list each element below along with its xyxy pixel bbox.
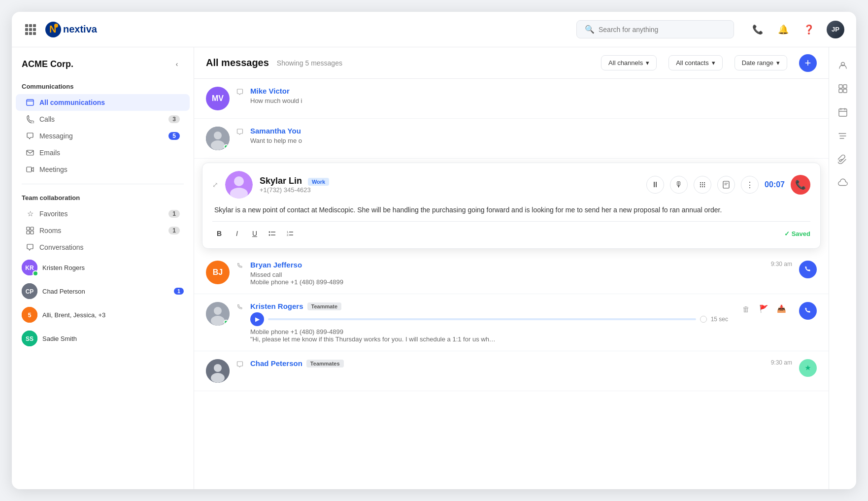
- call-button-kristen[interactable]: [799, 302, 817, 320]
- message-item-kristen[interactable]: Kristen Rogers Teammate ▶ 15 sec: [194, 294, 829, 351]
- bold-button[interactable]: B: [212, 227, 226, 240]
- communications-section-title: Communications: [12, 83, 194, 94]
- svg-point-44: [211, 316, 225, 326]
- notes-button[interactable]: [717, 176, 735, 194]
- conversation-item-chad[interactable]: CP Chad Peterson 1: [12, 279, 194, 303]
- sidebar-item-emails[interactable]: Emails: [16, 144, 190, 161]
- sidebar-item-rooms[interactable]: Rooms 1: [16, 222, 190, 239]
- sidebar-item-label: All communications: [39, 99, 105, 106]
- msg-name-chad: Chad Peterson: [250, 359, 302, 367]
- svg-rect-4: [27, 150, 33, 155]
- all-communications-icon: [26, 98, 34, 107]
- sidebar-item-label: Rooms: [39, 227, 61, 234]
- online-badge-kristen: [33, 270, 38, 276]
- sidebar-item-all-communications[interactable]: All communications: [16, 94, 190, 111]
- end-call-button[interactable]: 📞: [791, 175, 810, 195]
- call-button-chad[interactable]: [799, 359, 817, 377]
- call-overlay: ⤢ Skylar Lin Work +1(732) 345-4623: [194, 163, 829, 249]
- message-item-bryan[interactable]: BJ Bryan Jefferso Missed call Mobile pho…: [194, 253, 829, 294]
- bullet-list-button[interactable]: [266, 227, 279, 240]
- grid-menu-icon[interactable]: [24, 23, 37, 36]
- msg-tag-chad: Teammates: [306, 360, 344, 367]
- conversation-avatar-kristen: KR: [22, 260, 37, 275]
- channel-icon-mike-victor: [236, 89, 243, 97]
- mute-button[interactable]: 🎙: [670, 176, 688, 194]
- svg-text:CP: CP: [26, 288, 34, 295]
- conversation-name-sadie: Sadie Smith: [42, 335, 184, 342]
- underline-button[interactable]: U: [248, 227, 262, 240]
- minimize-icon[interactable]: ⤢: [212, 181, 218, 189]
- ordered-list-button[interactable]: 1.2.: [283, 227, 297, 240]
- sidebar-item-meetings[interactable]: Meetings: [16, 161, 190, 178]
- grid-view-icon[interactable]: [833, 79, 853, 99]
- filter-contacts-button[interactable]: All contacts ▾: [668, 55, 722, 70]
- collapse-sidebar-button[interactable]: ‹: [170, 57, 184, 71]
- messages-title: All messages: [206, 57, 269, 68]
- message-item-mike-victor[interactable]: MV Mike Victor How much would i: [194, 79, 829, 119]
- cloud-icon[interactable]: [833, 173, 853, 193]
- sidebar-item-conversations[interactable]: Conversations: [16, 239, 190, 256]
- voicemail-circle: [700, 316, 707, 323]
- pause-button[interactable]: ⏸: [646, 176, 664, 194]
- attachment-icon[interactable]: [833, 150, 853, 169]
- voicemail-duration: 15 sec: [711, 316, 728, 323]
- flag-button-kristen[interactable]: 🚩: [757, 302, 770, 316]
- conversation-item-kristen[interactable]: KR Kristen Rogers: [12, 256, 194, 279]
- filter-date-button[interactable]: Date range ▾: [734, 55, 787, 70]
- sidebar-item-favorites[interactable]: ☆ Favorites 1: [16, 205, 190, 222]
- svg-rect-9: [31, 231, 33, 234]
- sidebar-item-messaging[interactable]: Messaging 5: [16, 128, 190, 144]
- call-work-tag: Work: [308, 178, 329, 186]
- svg-rect-52: [843, 89, 847, 93]
- message-list: MV Mike Victor How much would i: [194, 79, 829, 489]
- conversation-avatar-group: 5: [22, 307, 37, 323]
- messaging-icon: [26, 132, 34, 140]
- msg-preview-kristen-2: Mobile phone +1 (480) 899-4899: [250, 328, 497, 335]
- sidebar-item-label: Conversations: [39, 243, 84, 251]
- contacts-icon[interactable]: [833, 55, 853, 75]
- call-button-bryan[interactable]: [799, 261, 817, 278]
- sidebar-divider: [22, 184, 184, 184]
- play-voicemail-button[interactable]: ▶: [250, 312, 264, 326]
- sidebar-item-label: Meetings: [39, 166, 67, 173]
- msg-name-bryan: Bryan Jefferso: [250, 261, 302, 269]
- channel-icon-chad: [236, 361, 243, 369]
- call-number: +1(732) 345-4623: [260, 186, 639, 194]
- svg-point-34: [269, 232, 270, 233]
- svg-point-25: [702, 182, 703, 183]
- italic-button[interactable]: I: [230, 227, 244, 240]
- online-dot-kristen: [224, 320, 229, 325]
- search-bar[interactable]: 🔍: [576, 20, 734, 38]
- delete-button-kristen[interactable]: 🗑: [739, 302, 753, 316]
- more-options-icon[interactable]: ⋮: [741, 176, 759, 194]
- new-message-button[interactable]: +: [799, 54, 817, 72]
- svg-point-24: [700, 182, 701, 183]
- emails-icon: [26, 148, 34, 157]
- svg-point-29: [704, 184, 705, 185]
- filter-date-label: Date range: [742, 59, 773, 67]
- chevron-down-icon: ▾: [646, 59, 649, 67]
- top-navigation: N nextiva 🔍 📞 🔔 ❓ JP: [12, 12, 856, 47]
- conversation-item-group[interactable]: 5 Alli, Brent, Jessica, +3: [12, 303, 194, 327]
- svg-point-26: [704, 182, 705, 183]
- phone-icon[interactable]: 📞: [750, 22, 766, 37]
- voicemail-progress[interactable]: [268, 318, 696, 320]
- svg-text:5: 5: [28, 312, 32, 319]
- message-item-chad[interactable]: Chad Peterson Teammates 9:30 am: [194, 351, 829, 391]
- sidebar-item-label: Messaging: [39, 132, 73, 140]
- message-item-samantha[interactable]: Samantha You Want to help me o: [194, 119, 829, 159]
- calendar-icon[interactable]: [833, 102, 853, 122]
- search-input[interactable]: [599, 26, 726, 33]
- call-note[interactable]: Skylar is a new point of contact at Medi…: [212, 204, 810, 221]
- conversation-item-sadie[interactable]: SS Sadie Smith: [12, 327, 194, 350]
- inbox-button-kristen[interactable]: 📥: [774, 302, 788, 316]
- keypad-button[interactable]: [694, 176, 711, 194]
- filter-channels-button[interactable]: All channels ▾: [601, 55, 657, 70]
- sidebar-item-calls[interactable]: Calls 3: [16, 111, 190, 128]
- checklist-icon[interactable]: [833, 126, 853, 146]
- messaging-badge: 5: [168, 132, 180, 140]
- help-icon[interactable]: ❓: [801, 22, 817, 37]
- notifications-icon[interactable]: 🔔: [775, 22, 791, 37]
- msg-name-samantha: Samantha You: [250, 127, 301, 135]
- user-avatar[interactable]: JP: [827, 21, 844, 38]
